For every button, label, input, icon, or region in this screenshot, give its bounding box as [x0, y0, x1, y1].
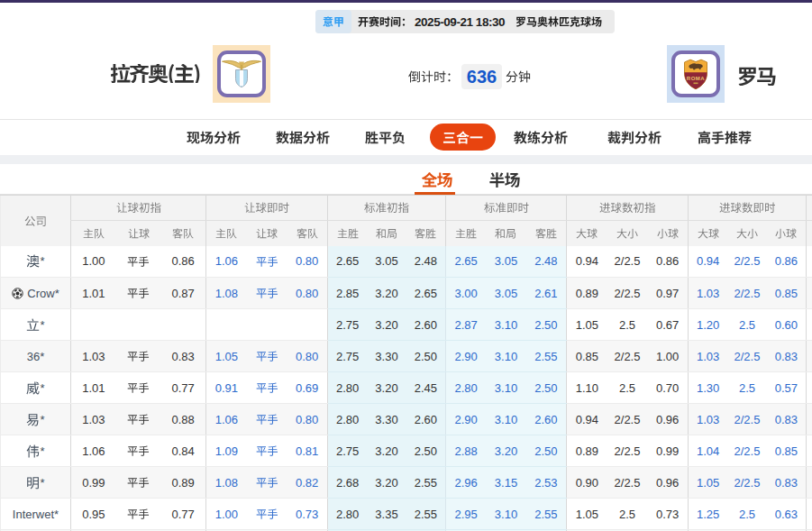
- svg-text:ROMA: ROMA: [687, 76, 705, 81]
